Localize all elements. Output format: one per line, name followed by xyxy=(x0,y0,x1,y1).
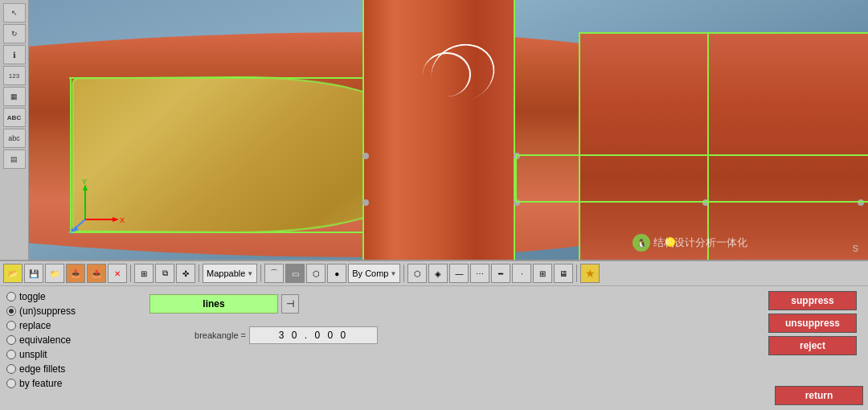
replace-radio[interactable] xyxy=(6,321,16,330)
white-arc-2 xyxy=(423,52,471,96)
by-feature-option[interactable]: by feature xyxy=(6,378,138,389)
move-btn[interactable]: ✜ xyxy=(176,264,195,283)
by-feature-radio[interactable] xyxy=(6,379,16,388)
shape-btn[interactable]: ▭ xyxy=(285,264,305,283)
point-btn[interactable]: · xyxy=(512,264,531,283)
suppress-button[interactable]: suppress xyxy=(768,291,857,310)
dot-left xyxy=(362,153,369,159)
svg-text:Y: Y xyxy=(82,179,87,186)
sep5 xyxy=(576,264,577,282)
equivalence-label: equivalence xyxy=(19,334,71,346)
mappable-dropdown[interactable]: Mappable ▼ xyxy=(203,264,257,283)
app-container: ↖ ↻ ℹ 123 ▦ ABC abc ▤ xyxy=(0,0,868,410)
viewport: Y X Z S 🐧 结构设计分析一体化 xyxy=(29,0,868,260)
controls-right: suppress unsuppress reject return xyxy=(764,286,868,410)
thick-btn[interactable]: ━ xyxy=(491,264,510,283)
reject-button[interactable]: reject xyxy=(768,336,857,355)
lines-input[interactable] xyxy=(149,294,278,314)
sep1 xyxy=(130,264,131,282)
info-icon[interactable]: ℹ xyxy=(3,45,26,64)
export-btn[interactable]: 📤 xyxy=(87,264,106,283)
bycomp-arrow: ▼ xyxy=(391,270,397,277)
unsplit-option[interactable]: unsplit xyxy=(6,349,138,360)
svg-text:X: X xyxy=(120,216,125,224)
copy-btn[interactable]: ⧉ xyxy=(155,264,174,283)
watermark-icon: 🐧 xyxy=(633,234,650,252)
return-button[interactable]: return xyxy=(775,386,863,405)
import-btn[interactable]: 📥 xyxy=(66,264,85,283)
equivalence-option[interactable]: equivalence xyxy=(6,334,138,346)
select-icon[interactable]: ↖ xyxy=(3,3,26,23)
dot-bottom-left xyxy=(362,199,369,206)
number-icon[interactable]: 123 xyxy=(3,66,26,85)
breakangle-row: breakangle = xyxy=(149,326,759,344)
pipe-vertical xyxy=(362,0,515,260)
edge-fillets-option[interactable]: edge fillets xyxy=(6,363,138,375)
unsuppress-label: (un)suppress xyxy=(19,305,76,317)
rp-line-1 xyxy=(707,32,709,260)
sep2 xyxy=(199,264,199,282)
edge-fillets-radio[interactable] xyxy=(6,364,16,374)
edge-fillets-label: edge fillets xyxy=(19,363,65,375)
sep4 xyxy=(403,264,404,282)
monitor-btn[interactable]: 🖥 xyxy=(554,264,573,283)
breakangle-label: breakangle = xyxy=(149,330,246,340)
grid-icon[interactable]: ▦ xyxy=(3,87,26,106)
v-line-right xyxy=(515,154,517,203)
delete-btn[interactable]: ✕ xyxy=(108,264,127,283)
controls-left: toggle (un)suppress replace equivalence … xyxy=(0,286,145,410)
unsplit-radio[interactable] xyxy=(6,350,16,359)
grid2-btn[interactable]: ⊞ xyxy=(533,264,552,283)
component-btn[interactable]: ⬡ xyxy=(407,264,427,283)
sep3 xyxy=(260,264,261,282)
sphere-btn[interactable]: ● xyxy=(327,264,346,283)
open-file-btn[interactable]: 📂 xyxy=(3,264,23,283)
unsuppress-radio[interactable] xyxy=(6,306,16,316)
abc-lower-icon[interactable]: abc xyxy=(3,129,26,148)
svg-marker-4 xyxy=(113,217,119,222)
equivalence-radio[interactable] xyxy=(6,335,16,345)
left-toolbar: ↖ ↻ ℹ 123 ▦ ABC abc ▤ xyxy=(0,0,29,260)
svg-text:Z: Z xyxy=(69,228,74,236)
pipe-right xyxy=(579,32,868,260)
watermark-text: 结构设计分析一体化 xyxy=(653,236,747,250)
layer-icon[interactable]: ▤ xyxy=(3,150,26,169)
rotate-icon[interactable]: ↻ xyxy=(3,24,26,43)
toggle-option[interactable]: toggle xyxy=(6,291,138,302)
step-button[interactable]: ⊣ xyxy=(281,294,299,314)
dash-btn[interactable]: ⋯ xyxy=(470,264,489,283)
s-label: S xyxy=(853,244,858,253)
unsuppress-option[interactable]: (un)suppress xyxy=(6,305,138,317)
star-btn[interactable]: ★ xyxy=(580,264,600,283)
toggle-radio[interactable] xyxy=(6,292,16,301)
replace-label: replace xyxy=(19,320,51,331)
bycomp-label: By Comp xyxy=(352,269,388,278)
breakangle-input[interactable] xyxy=(249,326,378,344)
bycomp-dropdown[interactable]: By Comp ▼ xyxy=(348,264,400,283)
control-panel: toggle (un)suppress replace equivalence … xyxy=(0,285,868,410)
edge-top xyxy=(69,77,407,79)
unsplit-label: unsplit xyxy=(19,349,47,360)
replace-option[interactable]: replace xyxy=(6,320,138,331)
unsuppress-button[interactable]: unsuppress xyxy=(768,314,857,333)
arc-btn[interactable]: ⌒ xyxy=(264,264,284,283)
mappable-arrow: ▼ xyxy=(247,270,253,277)
material-btn[interactable]: ◈ xyxy=(428,264,448,283)
folder-btn[interactable]: 📁 xyxy=(45,264,64,283)
cube-btn[interactable]: ⬡ xyxy=(306,264,326,283)
main-area: ↖ ↻ ℹ 123 ▦ ABC abc ▤ xyxy=(0,0,868,260)
line-btn[interactable]: — xyxy=(449,264,469,283)
axis-indicator: Y X Z xyxy=(69,179,125,236)
abc-upper-icon[interactable]: ABC xyxy=(3,108,26,127)
save-btn[interactable]: 💾 xyxy=(24,264,43,283)
controls-center: ⊣ breakangle = xyxy=(145,286,764,410)
lines-row: ⊣ xyxy=(149,294,759,314)
mappable-label: Mappable xyxy=(207,269,245,278)
return-row: return xyxy=(775,386,863,405)
bottom-toolbar: 📂 💾 📁 📥 📤 ✕ ⊞ ⧉ ✜ Mappable ▼ ⌒ ▭ ⬡ ● By … xyxy=(0,260,868,285)
by-feature-label: by feature xyxy=(19,378,62,389)
h-line-mid xyxy=(515,154,868,156)
toggle-label: toggle xyxy=(19,291,46,302)
mesh-btn[interactable]: ⊞ xyxy=(134,264,154,283)
watermark: 🐧 结构设计分析一体化 xyxy=(633,234,747,252)
